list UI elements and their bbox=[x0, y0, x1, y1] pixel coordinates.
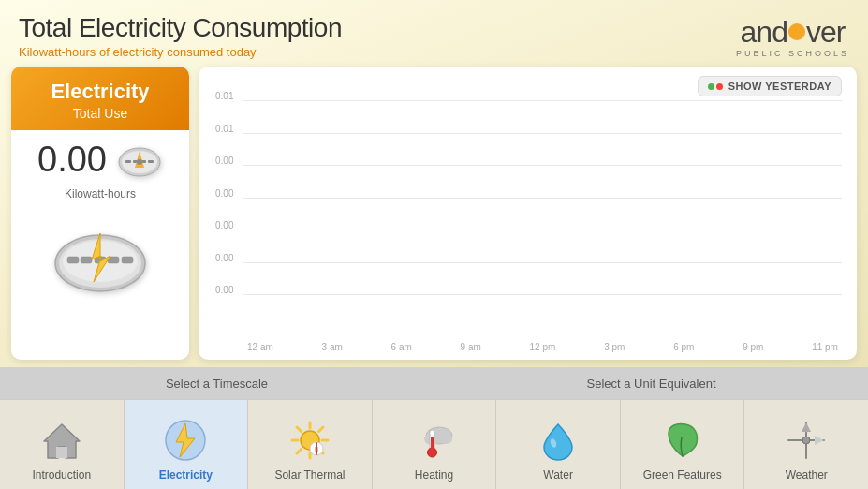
sun-icon bbox=[288, 419, 331, 462]
y-label-3: 0.00 bbox=[215, 156, 233, 166]
grid-line-3: 0.00 bbox=[243, 165, 842, 166]
svg-rect-2 bbox=[125, 160, 131, 163]
bolt-icon bbox=[164, 419, 207, 462]
weather-icon bbox=[782, 416, 831, 465]
y-label-1: 0.01 bbox=[215, 91, 233, 101]
grid-line-2: 0.01 bbox=[243, 133, 842, 134]
content-area: Electricity Total Use 0.00 bbox=[0, 67, 868, 360]
solar-thermal-icon bbox=[286, 416, 334, 465]
select-timescale-button[interactable]: Select a Timescale bbox=[0, 367, 434, 399]
logo-text: andver bbox=[741, 17, 846, 47]
x-label-7: 6 pm bbox=[673, 342, 694, 352]
header-title-block: Total Electricity Consumption Kilowatt-h… bbox=[19, 13, 342, 59]
logo-text-after: ver bbox=[806, 15, 845, 49]
page-title: Total Electricity Consumption bbox=[19, 13, 342, 43]
meter-icon-small bbox=[116, 141, 163, 179]
left-panel-subtitle: Total Use bbox=[22, 106, 178, 121]
solar-thermal-label: Solar Thermal bbox=[274, 468, 345, 482]
svg-rect-18 bbox=[56, 447, 67, 458]
nav-item-heating[interactable]: Heating bbox=[373, 400, 497, 489]
electricity-label: Electricity bbox=[159, 468, 213, 482]
logo-dot-icon bbox=[788, 23, 805, 40]
chart-grid: 0.01 0.01 0.00 0.00 0.00 0.00 bbox=[243, 100, 842, 332]
y-label-5: 0.00 bbox=[215, 220, 233, 230]
svg-point-47 bbox=[802, 437, 810, 444]
chart-header: SHOW YESTERDAY bbox=[213, 76, 842, 96]
x-label-1: 12 am bbox=[247, 342, 273, 352]
y-label-4: 0.00 bbox=[215, 187, 233, 198]
svg-rect-32 bbox=[315, 447, 318, 452]
select-unit-label: Select a Unit Equivalent bbox=[586, 377, 715, 391]
svg-line-28 bbox=[318, 427, 323, 432]
x-label-8: 9 pm bbox=[743, 342, 763, 352]
meter-icon-large bbox=[49, 215, 152, 294]
thermometer-icon bbox=[413, 419, 456, 462]
chart-area: 0.01 0.01 0.00 0.00 0.00 0.00 bbox=[213, 100, 842, 352]
grid-line-1: 0.01 bbox=[243, 100, 842, 101]
x-label-2: 3 am bbox=[322, 342, 343, 352]
page-subtitle: Kilowatt-hours of electricity consumed t… bbox=[19, 45, 342, 59]
svg-line-29 bbox=[297, 450, 302, 454]
select-unit-equivalent-button[interactable]: Select a Unit Equivalent bbox=[434, 367, 868, 399]
y-label-6: 0.00 bbox=[215, 252, 233, 262]
svg-rect-5 bbox=[148, 160, 154, 163]
heating-label: Heating bbox=[415, 468, 453, 482]
yesterday-dots-icon bbox=[708, 83, 723, 90]
nav-item-electricity[interactable]: Electricity bbox=[125, 400, 249, 489]
x-label-5: 12 pm bbox=[530, 342, 556, 352]
house-icon bbox=[40, 419, 83, 462]
introduction-icon bbox=[37, 416, 86, 465]
leaf-icon bbox=[661, 419, 704, 462]
nav-item-water[interactable]: Water bbox=[496, 400, 621, 489]
left-panel-header: Electricity Total Use bbox=[11, 67, 189, 130]
dot-green-icon bbox=[708, 83, 714, 90]
x-label-9: 11 pm bbox=[812, 342, 838, 352]
value-row: 0.00 bbox=[22, 140, 178, 180]
header: Total Electricity Consumption Kilowatt-h… bbox=[0, 0, 868, 67]
green-features-label: Green Features bbox=[643, 468, 722, 482]
electricity-value: 0.00 bbox=[37, 140, 107, 180]
timescale-bar: Select a Timescale Select a Unit Equival… bbox=[0, 367, 868, 399]
show-yesterday-button[interactable]: SHOW YESTERDAY bbox=[698, 76, 842, 96]
bottom-nav: Introduction Electricity bbox=[0, 399, 868, 489]
svg-point-7 bbox=[137, 159, 142, 165]
svg-rect-15 bbox=[122, 257, 133, 263]
svg-marker-45 bbox=[802, 422, 811, 432]
left-panel: Electricity Total Use 0.00 bbox=[11, 67, 189, 360]
nav-item-weather[interactable]: Weather bbox=[744, 400, 868, 489]
kwh-label: Kilowatt-hours bbox=[65, 187, 136, 200]
svg-rect-12 bbox=[81, 257, 92, 263]
grid-line-5: 0.00 bbox=[243, 230, 842, 230]
y-label-7: 0.00 bbox=[215, 285, 233, 295]
svg-point-35 bbox=[439, 435, 452, 444]
svg-rect-38 bbox=[431, 437, 434, 451]
left-panel-title: Electricity bbox=[22, 80, 178, 104]
x-label-6: 3 pm bbox=[604, 342, 625, 352]
wind-vane-icon bbox=[785, 419, 828, 462]
dot-red-icon bbox=[716, 83, 723, 90]
grid-line-6: 0.00 bbox=[243, 262, 842, 263]
nav-item-solar-thermal[interactable]: Solar Thermal bbox=[248, 400, 373, 489]
green-features-icon bbox=[658, 416, 707, 465]
svg-line-26 bbox=[297, 427, 302, 432]
svg-rect-11 bbox=[67, 257, 79, 263]
meter-large bbox=[49, 212, 152, 296]
weather-label: Weather bbox=[786, 468, 828, 482]
logo-sub: PUBLIC SCHOOLS bbox=[736, 49, 849, 58]
water-label: Water bbox=[543, 468, 573, 482]
heating-icon bbox=[410, 416, 459, 465]
x-axis: 12 am 3 am 6 am 9 am 12 pm 3 pm 6 pm 9 p… bbox=[243, 342, 842, 352]
nav-item-introduction[interactable]: Introduction bbox=[0, 400, 125, 489]
select-timescale-label: Select a Timescale bbox=[166, 377, 268, 391]
logo-text-before: and bbox=[741, 15, 787, 49]
x-label-4: 9 am bbox=[461, 342, 481, 352]
svg-marker-46 bbox=[815, 436, 824, 445]
nav-item-green-features[interactable]: Green Features bbox=[621, 400, 745, 489]
show-yesterday-label: SHOW YESTERDAY bbox=[728, 81, 831, 92]
electricity-icon bbox=[161, 416, 210, 465]
logo: andver PUBLIC SCHOOLS bbox=[736, 17, 849, 58]
water-icon bbox=[534, 416, 582, 465]
droplet-icon bbox=[537, 419, 580, 462]
introduction-label: Introduction bbox=[32, 468, 91, 482]
right-panel: SHOW YESTERDAY 0.01 0.01 0.00 0. bbox=[199, 67, 857, 360]
